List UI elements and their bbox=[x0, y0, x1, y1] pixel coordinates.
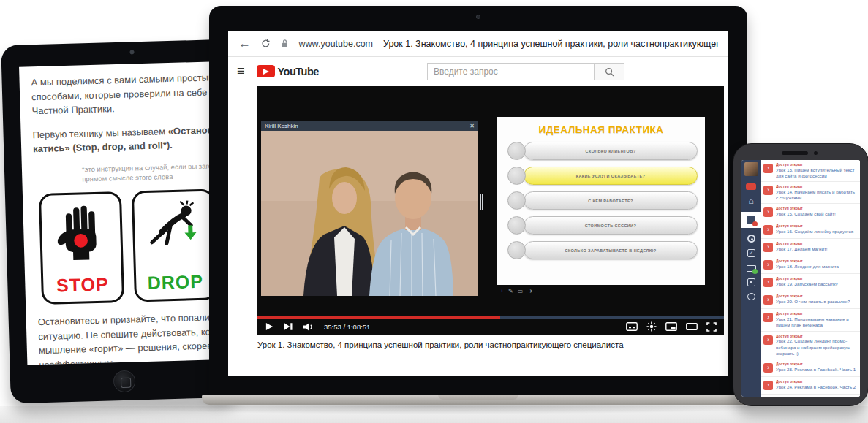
chevron-right-icon: › bbox=[763, 243, 773, 252]
lesson-list-item[interactable]: › Доступ открытУрок 13. Пишем вступитель… bbox=[761, 160, 860, 182]
lesson-list-item[interactable]: › Доступ открытУрок 21. Придумываем назв… bbox=[761, 309, 860, 331]
panel-divider-handle[interactable] bbox=[480, 194, 483, 210]
page-title: Урок 1. Знакомство, 4 принципа успешной … bbox=[383, 39, 718, 49]
lesson-list-item[interactable]: › Доступ открытУрок 25. Реклама и продви… bbox=[761, 395, 860, 397]
lesson-list-item[interactable]: › Доступ открытУрок 22. Создаём лендинг … bbox=[761, 332, 860, 360]
drop-card-label: DROP bbox=[136, 271, 215, 294]
hamburger-menu-icon[interactable]: ≡ bbox=[237, 64, 245, 79]
play-icon[interactable] bbox=[265, 321, 274, 332]
player-controls-right bbox=[626, 321, 717, 332]
youtube-logo[interactable]: YouTube bbox=[257, 65, 319, 77]
back-icon[interactable]: ← bbox=[238, 37, 251, 50]
webcam-titlebar: Kirill Koshkin ✕ bbox=[261, 121, 478, 131]
chevron-right-icon: › bbox=[763, 335, 773, 345]
slide-title: ИДЕАЛЬНАЯ ПРАКТИКА bbox=[505, 124, 698, 135]
phone-sidebar: ⌂ ✓ bbox=[741, 160, 761, 397]
lesson-title: Урок 21. Придумываем название и пишем пл… bbox=[776, 316, 857, 329]
tablet-camera-dot bbox=[129, 50, 134, 54]
video-player[interactable]: Kirill Koshkin ✕ bbox=[257, 86, 724, 335]
lesson-list-item[interactable]: › Доступ открытУрок 23. Реклама в Facebo… bbox=[761, 359, 860, 377]
device-mockup-scene: А мы поделимся с вами самыми простыми сп… bbox=[0, 0, 868, 423]
lock-icon bbox=[281, 38, 289, 49]
stop-drop-cards: STOP DROP bbox=[39, 187, 236, 305]
captions-icon[interactable] bbox=[626, 322, 638, 331]
lesson-list-item[interactable]: › Доступ открытУрок 16. Создаём линейку … bbox=[761, 221, 860, 239]
address-bar-url[interactable]: www.youtube.com bbox=[299, 39, 373, 49]
search-input[interactable] bbox=[427, 63, 594, 80]
lesson-list-item[interactable]: › Доступ открытУрок 17. Делаем магнит! bbox=[761, 239, 860, 256]
reload-icon[interactable] bbox=[261, 38, 271, 49]
slide-bullet-text: КАКИЕ УСЛУГИ ОКАЗЫВАЕТЕ? bbox=[524, 167, 698, 185]
lesson-list-item[interactable]: › Доступ открытУрок 24. Реклама в Facebo… bbox=[761, 377, 860, 395]
next-icon[interactable] bbox=[284, 322, 293, 331]
chevron-right-icon: › bbox=[763, 278, 773, 287]
chevron-right-icon: › bbox=[763, 313, 773, 322]
chevron-right-icon: › bbox=[763, 225, 773, 235]
lesson-title: Урок 22. Создаём лендинг промо-вебинара … bbox=[776, 338, 857, 357]
presenters-video bbox=[261, 131, 478, 296]
laptop-base bbox=[202, 395, 755, 405]
tablet-screen: А мы поделимся с вами самыми простыми сп… bbox=[19, 61, 236, 365]
drop-card: DROP bbox=[132, 188, 217, 302]
tasks-icon[interactable]: ✓ bbox=[747, 249, 755, 257]
stop-hand-icon bbox=[56, 203, 106, 266]
theater-mode-icon[interactable] bbox=[686, 322, 698, 331]
browser-toolbar: ← www.youtube.com Урок 1. Знакомство, 4 … bbox=[228, 31, 728, 57]
settings-gear-icon[interactable] bbox=[646, 321, 657, 332]
technique-intro-text: Первую технику мы называем bbox=[32, 126, 168, 140]
lesson-title: Урок 13. Пишем вступительный текст для с… bbox=[776, 167, 857, 180]
lesson-title: Урок 24. Реклама в Facebook. Часть 2 bbox=[776, 384, 857, 390]
messages-icon[interactable] bbox=[747, 265, 756, 272]
slide-bullet-row: С КЕМ РАБОТАЕТЕ? bbox=[505, 191, 698, 210]
chevron-right-icon: › bbox=[763, 381, 773, 390]
lesson-title: Урок 14. Начинаем писать и работать с со… bbox=[776, 189, 857, 202]
avatar[interactable] bbox=[744, 162, 758, 176]
media-icon[interactable] bbox=[747, 278, 755, 286]
annotation-tools-icons: + ✎ ▭ ➔ bbox=[500, 288, 534, 294]
slide-bullet-text: С КЕМ РАБОТАЕТЕ? bbox=[524, 191, 698, 210]
youtube-play-icon bbox=[257, 65, 275, 77]
lesson-title: Урок 23. Реклама в Facebook. Часть 1 bbox=[776, 367, 857, 373]
slide-bullet-row: СКОЛЬКО КЛИЕНТОВ? bbox=[505, 142, 698, 160]
lesson-list-item[interactable]: › Доступ открытУрок 18. Лендинг для магн… bbox=[761, 256, 860, 274]
youtube-wordmark: YouTube bbox=[278, 66, 319, 77]
gear-icon[interactable] bbox=[747, 235, 755, 243]
lesson-list-item[interactable]: › Доступ открытУрок 15. Создаём свой сай… bbox=[761, 204, 860, 221]
bullet-circle bbox=[507, 241, 526, 259]
ebook-paragraph: Остановитесь и признайте, что попали в с… bbox=[38, 308, 237, 365]
slide-bullet-row: СТОИМОСТЬ СЕССИИ? bbox=[505, 216, 698, 235]
stop-card-label: STOP bbox=[43, 273, 122, 297]
phone-device: ⌂ ✓ › Доступ открытУрок 13. Пишем вступи… bbox=[733, 143, 868, 406]
video-title: Урок 1. Знакомство, 4 принципа успешной … bbox=[257, 340, 711, 349]
player-controls: 35:53 / 1:08:51 bbox=[257, 319, 724, 335]
presenter-name: Kirill Koshkin bbox=[265, 123, 298, 129]
close-icon: ✕ bbox=[469, 123, 475, 129]
laptop-screen: ← www.youtube.com Урок 1. Знакомство, 4 … bbox=[228, 31, 728, 376]
laptop-camera-dot bbox=[476, 15, 480, 19]
phone-screen: ⌂ ✓ › Доступ открытУрок 13. Пишем вступи… bbox=[741, 160, 860, 397]
time-display: 35:53 / 1:08:51 bbox=[324, 323, 370, 331]
chat-icon[interactable] bbox=[747, 293, 755, 300]
chevron-right-icon: › bbox=[763, 207, 773, 217]
phone-speaker bbox=[782, 151, 808, 155]
miniplayer-icon[interactable] bbox=[665, 322, 677, 331]
bullet-circle bbox=[507, 191, 526, 210]
trainings-icon bbox=[747, 216, 755, 224]
lesson-title: Урок 20. О чем писать в рассылке? bbox=[776, 299, 857, 305]
volume-icon[interactable] bbox=[303, 322, 314, 332]
lesson-list-item[interactable]: › Доступ открытУрок 20. О чем писать в р… bbox=[761, 291, 860, 309]
slide-bullet-row: СКОЛЬКО ЗАРАБАТЫВАЕТЕ В НЕДЕЛЮ? bbox=[505, 241, 698, 259]
lesson-list-item[interactable]: › Доступ открытУрок 19. Запускаем рассыл… bbox=[761, 274, 860, 291]
fullscreen-icon[interactable] bbox=[706, 322, 717, 332]
notifications-icon[interactable] bbox=[746, 183, 756, 190]
tablet-home-button bbox=[113, 370, 136, 393]
lesson-list-item[interactable]: › Доступ открытУрок 14. Начинаем писать … bbox=[761, 182, 860, 204]
lesson-list: › Доступ открытУрок 13. Пишем вступитель… bbox=[761, 160, 860, 397]
laptop-lid-notch bbox=[438, 395, 518, 400]
home-icon[interactable]: ⌂ bbox=[748, 197, 753, 205]
sidebar-item-trainings-active[interactable] bbox=[741, 212, 761, 228]
laptop-device: ← www.youtube.com Урок 1. Знакомство, 4 … bbox=[209, 6, 747, 407]
ebook-page: А мы поделимся с вами самыми простыми сп… bbox=[31, 69, 236, 365]
bullet-circle bbox=[507, 216, 526, 235]
search-button[interactable] bbox=[594, 63, 624, 80]
